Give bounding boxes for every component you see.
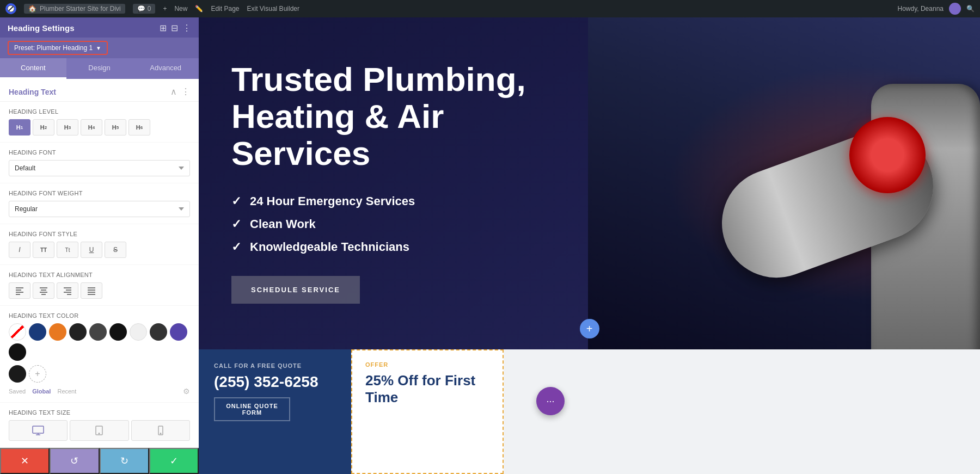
saved-tab[interactable]: Saved	[9, 388, 26, 395]
sidebar-content: Heading Text ∧ ⋮ Heading Level H1 H2 H3 …	[0, 79, 199, 448]
global-tab[interactable]: Global	[32, 388, 51, 395]
preset-dropdown[interactable]: Preset: Plumber Heading 1 ▼	[8, 41, 108, 55]
svg-rect-14	[88, 290, 95, 291]
offer-title: 25% Off for First Time	[365, 372, 489, 406]
heading-text-section: Heading Text ∧ ⋮	[0, 79, 199, 102]
settings-sidebar: Heading Settings ⊞ ⊟ ⋮ Preset: Plumber H…	[0, 17, 199, 474]
wp-admin-bar: 🏠 Plumber Starter Site for Divi 💬 0 + Ne…	[0, 0, 980, 17]
comment-badge[interactable]: 💬 0	[133, 4, 156, 14]
align-right-button[interactable]	[57, 282, 78, 299]
heading-font-style-field: Heading Font Style I TT Tt U S	[0, 224, 199, 265]
check-item-1: ✓ 24 Hour Emergency Services	[231, 194, 591, 208]
schedule-button[interactable]: SCHEDULE SERVICE	[231, 276, 360, 304]
hero-title: Trusted Plumbing, Heating & Air Services	[231, 61, 591, 173]
color-settings-icon[interactable]: ⚙	[183, 387, 190, 396]
color-light[interactable]	[130, 323, 147, 341]
preset-bar: Preset: Plumber Heading 1 ▼	[0, 38, 199, 58]
align-center-button[interactable]	[33, 282, 54, 299]
undo-button[interactable]: ↺	[50, 448, 99, 474]
svg-rect-5	[40, 287, 47, 288]
h3-button[interactable]: H3	[57, 119, 78, 136]
cancel-button[interactable]: ✕	[0, 448, 50, 474]
capitalize-button[interactable]: Tt	[57, 242, 78, 258]
main-layout: Heading Settings ⊞ ⊟ ⋮ Preset: Plumber H…	[0, 17, 980, 474]
quote-card: CALL FOR A FREE QUOTE (255) 352-6258 ONL…	[199, 349, 351, 474]
color-add-button[interactable]: +	[29, 365, 46, 383]
comment-count: 0	[148, 5, 151, 13]
chat-fab[interactable]: ···	[536, 387, 565, 415]
style-buttons: I TT Tt U S	[9, 242, 190, 258]
color-transparent[interactable]	[9, 323, 26, 341]
recent-tab[interactable]: Recent	[57, 388, 76, 395]
site-badge[interactable]: 🏠 Plumber Starter Site for Divi	[24, 4, 125, 14]
site-icon: 🏠	[28, 5, 36, 13]
h1-button[interactable]: H1	[9, 119, 30, 136]
quote-form-button[interactable]: ONLINE QUOTE FORM	[214, 397, 290, 421]
check-item-3: ✓ Knowledgeable Technicians	[231, 240, 591, 254]
size-buttons	[9, 420, 190, 441]
svg-rect-1	[16, 287, 23, 288]
heading-text-size-label: Heading Text Size	[9, 409, 190, 416]
add-row-button[interactable]: +	[580, 319, 599, 338]
heading-font-select[interactable]: Default	[9, 160, 190, 176]
svg-rect-11	[64, 292, 71, 293]
color-black2[interactable]	[9, 365, 26, 383]
redo-button[interactable]: ↻	[100, 448, 149, 474]
new-link[interactable]: New	[174, 5, 187, 13]
viewport-icon[interactable]: ⊞	[160, 23, 167, 33]
align-justify-button[interactable]	[81, 282, 102, 299]
heading-text-color-label: Heading Text Color	[9, 312, 190, 319]
h5-button[interactable]: H5	[105, 119, 126, 136]
heading-level-field: Heading Level H1 H2 H3 H4 H5 H6	[0, 102, 199, 143]
heading-font-weight-select[interactable]: Regular	[9, 201, 190, 217]
tab-design[interactable]: Design	[66, 58, 133, 79]
collapse-icon[interactable]: ∧	[170, 87, 177, 97]
more-icon[interactable]: ⋮	[182, 23, 191, 33]
uppercase-button[interactable]: TT	[33, 242, 54, 258]
align-left-button[interactable]	[9, 282, 30, 299]
h4-button[interactable]: H4	[81, 119, 102, 136]
color-purple[interactable]	[170, 323, 187, 341]
layout-icon[interactable]: ⊟	[171, 23, 178, 33]
color-dark2[interactable]	[89, 323, 107, 341]
size-mobile-button[interactable]	[131, 420, 190, 441]
color-medium[interactable]	[150, 323, 167, 341]
underline-button[interactable]: U	[81, 242, 102, 258]
heading-text-color-field: Heading Text Color +	[0, 306, 199, 403]
bottom-row: CALL FOR A FREE QUOTE (255) 352-6258 ONL…	[199, 349, 980, 474]
svg-point-21	[160, 433, 161, 434]
svg-rect-16	[88, 294, 95, 295]
check-item-2: ✓ Clean Work	[231, 217, 591, 231]
size-desktop-button[interactable]	[9, 420, 68, 441]
h6-button[interactable]: H6	[128, 119, 150, 136]
color-near-black[interactable]	[109, 323, 127, 341]
h2-button[interactable]: H2	[33, 119, 54, 136]
edit-page-link[interactable]: Edit Page	[211, 5, 239, 13]
section-more-icon[interactable]: ⋮	[181, 87, 190, 97]
offer-card: OFFER 25% Off for First Time	[351, 349, 504, 474]
save-button[interactable]: ✓	[149, 448, 199, 474]
exit-builder-link[interactable]: Exit Visual Builder	[247, 5, 299, 13]
check-icon-3: ✓	[231, 240, 241, 254]
wordpress-logo[interactable]	[5, 3, 16, 14]
wp-bar-right: Howdy, Deanna 🔍	[898, 3, 975, 15]
tab-content[interactable]: Content	[0, 58, 66, 79]
heading-text-alignment-field: Heading Text Alignment	[0, 265, 199, 306]
color-swatches	[9, 323, 190, 361]
tab-advanced[interactable]: Advanced	[132, 58, 199, 79]
search-icon[interactable]: 🔍	[966, 5, 975, 13]
check-text-1: 24 Hour Emergency Services	[250, 194, 415, 208]
color-black[interactable]	[9, 343, 26, 361]
color-dark1[interactable]	[69, 323, 87, 341]
sidebar-footer: ✕ ↺ ↻ ✓	[0, 448, 199, 474]
chat-icon: ···	[546, 396, 554, 407]
strikethrough-button[interactable]: S	[105, 242, 126, 258]
italic-button[interactable]: I	[9, 242, 30, 258]
color-orange[interactable]	[49, 323, 66, 341]
color-dark-blue[interactable]	[29, 323, 46, 341]
check-icon-2: ✓	[231, 217, 241, 231]
user-avatar[interactable]	[949, 3, 961, 15]
size-tablet-button[interactable]	[70, 420, 128, 441]
pipe-valve	[849, 117, 926, 193]
check-icon-1: ✓	[231, 194, 241, 208]
